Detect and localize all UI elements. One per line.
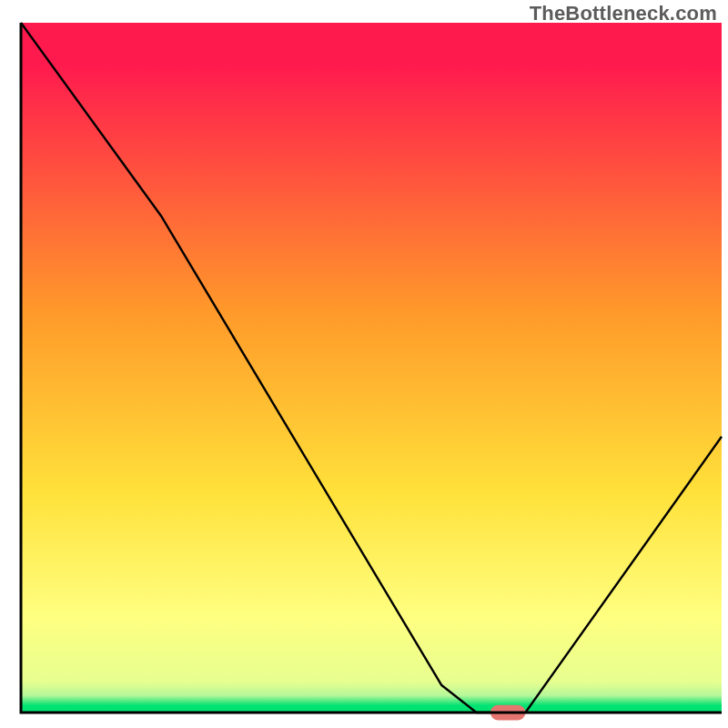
chart-canvas: TheBottleneck.com (0, 0, 728, 728)
watermark-text: TheBottleneck.com (530, 2, 717, 25)
plot-svg (0, 0, 728, 728)
plot-background (21, 23, 722, 713)
